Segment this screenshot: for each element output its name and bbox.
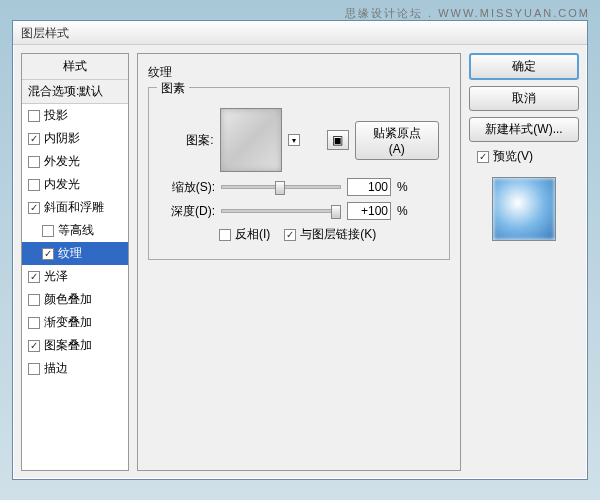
link-label: 与图层链接(K) [300, 226, 376, 243]
styles-header[interactable]: 样式 [22, 54, 128, 80]
element-fieldset: 图素 图案: ▾ ▣ 贴紧原点(A) 缩放(S): % 深度(D): [148, 87, 450, 260]
style-item-9[interactable]: 渐变叠加 [22, 311, 128, 334]
scale-label: 缩放(S): [159, 179, 215, 196]
scale-input[interactable] [347, 178, 391, 196]
style-label: 颜色叠加 [44, 291, 92, 308]
style-item-7[interactable]: 光泽 [22, 265, 128, 288]
style-item-2[interactable]: 外发光 [22, 150, 128, 173]
style-label: 内发光 [44, 176, 80, 193]
style-checkbox[interactable] [28, 363, 40, 375]
dialog-title: 图层样式 [13, 21, 587, 45]
style-label: 等高线 [58, 222, 94, 239]
style-item-1[interactable]: 内阴影 [22, 127, 128, 150]
style-label: 内阴影 [44, 130, 80, 147]
style-label: 外发光 [44, 153, 80, 170]
texture-title: 纹理 [148, 64, 450, 81]
watermark-text: 思缘设计论坛 . WWW.MISSYUAN.COM [345, 6, 590, 21]
style-item-3[interactable]: 内发光 [22, 173, 128, 196]
style-checkbox[interactable] [28, 340, 40, 352]
button-panel: 确定 取消 新建样式(W)... 预览(V) [469, 53, 579, 471]
style-checkbox[interactable] [28, 271, 40, 283]
scale-unit: % [397, 180, 408, 194]
pattern-dropdown-icon[interactable]: ▾ [288, 134, 300, 146]
invert-checkbox[interactable] [219, 229, 231, 241]
style-checkbox[interactable] [28, 317, 40, 329]
preview-label: 预览(V) [493, 148, 533, 165]
style-checkbox[interactable] [42, 225, 54, 237]
preview-thumbnail [492, 177, 556, 241]
style-label: 光泽 [44, 268, 68, 285]
style-label: 投影 [44, 107, 68, 124]
blend-options[interactable]: 混合选项:默认 [22, 80, 128, 104]
cancel-button[interactable]: 取消 [469, 86, 579, 111]
style-item-8[interactable]: 颜色叠加 [22, 288, 128, 311]
depth-slider[interactable] [221, 209, 341, 213]
element-legend: 图素 [157, 80, 189, 97]
style-checkbox[interactable] [42, 248, 54, 260]
style-label: 描边 [44, 360, 68, 377]
depth-input[interactable] [347, 202, 391, 220]
style-item-5[interactable]: 等高线 [22, 219, 128, 242]
style-checkbox[interactable] [28, 294, 40, 306]
snap-origin-button[interactable]: 贴紧原点(A) [355, 121, 439, 160]
pattern-thumbnail[interactable] [220, 108, 282, 172]
layer-style-dialog: 图层样式 样式 混合选项:默认 投影内阴影外发光内发光斜面和浮雕等高线纹理光泽颜… [12, 20, 588, 480]
style-checkbox[interactable] [28, 110, 40, 122]
style-checkbox[interactable] [28, 179, 40, 191]
style-label: 渐变叠加 [44, 314, 92, 331]
style-item-10[interactable]: 图案叠加 [22, 334, 128, 357]
style-checkbox[interactable] [28, 133, 40, 145]
style-label: 斜面和浮雕 [44, 199, 104, 216]
depth-label: 深度(D): [159, 203, 215, 220]
style-item-0[interactable]: 投影 [22, 104, 128, 127]
depth-unit: % [397, 204, 408, 218]
style-item-4[interactable]: 斜面和浮雕 [22, 196, 128, 219]
style-checkbox[interactable] [28, 156, 40, 168]
scale-slider[interactable] [221, 185, 341, 189]
styles-list: 样式 混合选项:默认 投影内阴影外发光内发光斜面和浮雕等高线纹理光泽颜色叠加渐变… [21, 53, 129, 471]
style-item-11[interactable]: 描边 [22, 357, 128, 380]
preview-checkbox[interactable] [477, 151, 489, 163]
style-label: 纹理 [58, 245, 82, 262]
style-item-6[interactable]: 纹理 [22, 242, 128, 265]
pattern-label: 图案: [159, 132, 214, 149]
texture-panel: 纹理 图素 图案: ▾ ▣ 贴紧原点(A) 缩放(S): % [137, 53, 461, 471]
link-checkbox[interactable] [284, 229, 296, 241]
ok-button[interactable]: 确定 [469, 53, 579, 80]
invert-label: 反相(I) [235, 226, 270, 243]
new-pattern-icon[interactable]: ▣ [327, 130, 348, 150]
style-label: 图案叠加 [44, 337, 92, 354]
style-checkbox[interactable] [28, 202, 40, 214]
new-style-button[interactable]: 新建样式(W)... [469, 117, 579, 142]
